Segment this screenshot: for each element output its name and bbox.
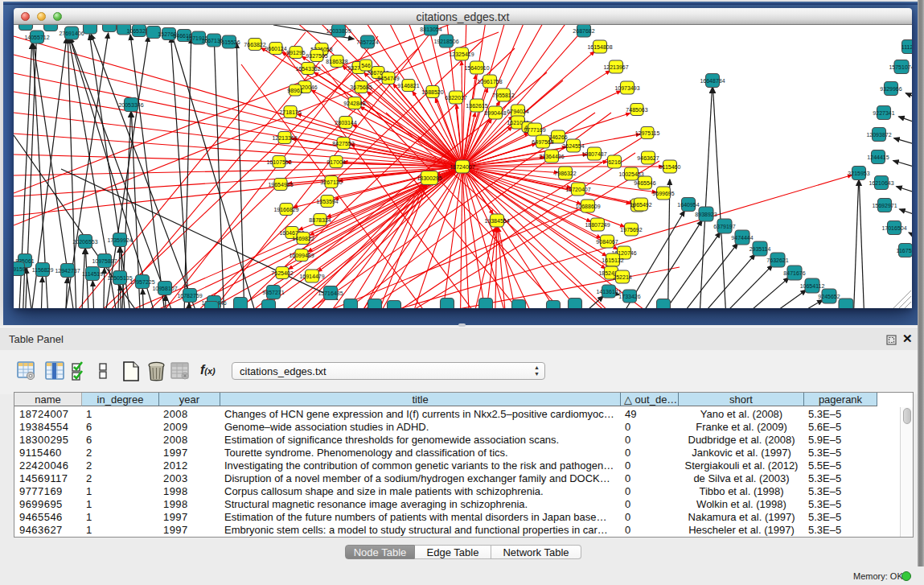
svg-text:16099489: 16099489 bbox=[289, 253, 314, 258]
svg-text:6794024: 6794024 bbox=[507, 109, 528, 114]
svg-text:27691406: 27691406 bbox=[59, 31, 84, 36]
svg-text:17016504: 17016504 bbox=[881, 225, 906, 231]
svg-text:1114519: 1114519 bbox=[82, 271, 103, 277]
svg-text:12505135: 12505135 bbox=[107, 275, 132, 281]
svg-text:18724007: 18724007 bbox=[450, 164, 474, 170]
svg-text:10654112: 10654112 bbox=[800, 283, 825, 289]
svg-text:9463627: 9463627 bbox=[637, 155, 659, 161]
svg-text:16154808: 16154808 bbox=[587, 44, 612, 50]
svg-text:10807487: 10807487 bbox=[581, 151, 606, 157]
svg-text:1469822: 1469822 bbox=[292, 236, 314, 241]
svg-text:15751074: 15751074 bbox=[889, 64, 912, 70]
svg-text:12975115: 12975115 bbox=[635, 130, 660, 136]
svg-text:1975692: 1975692 bbox=[620, 227, 642, 233]
svg-text:6497568: 6497568 bbox=[532, 139, 553, 145]
svg-text:3624554: 3624554 bbox=[562, 143, 584, 149]
svg-text:19166829: 19166829 bbox=[273, 207, 298, 212]
svg-text:8813054: 8813054 bbox=[420, 27, 441, 32]
svg-text:10975887: 10975887 bbox=[92, 258, 117, 264]
svg-text:9227341: 9227341 bbox=[873, 110, 894, 116]
svg-text:2718176: 2718176 bbox=[279, 109, 301, 115]
svg-text:11123: 11123 bbox=[901, 44, 912, 50]
svg-text:7515526: 7515526 bbox=[218, 39, 240, 45]
svg-text:9465546: 9465546 bbox=[634, 180, 655, 186]
svg-text:17359924: 17359924 bbox=[107, 237, 132, 243]
svg-text:9146821: 9146821 bbox=[397, 83, 419, 89]
svg-text:19654985: 19654985 bbox=[268, 182, 293, 187]
svg-text:1965492: 1965492 bbox=[630, 202, 651, 208]
svg-text:2803144: 2803144 bbox=[335, 120, 356, 126]
svg-text:10025433: 10025433 bbox=[618, 171, 643, 177]
svg-text:98961: 98961 bbox=[287, 88, 303, 93]
svg-text:9699695: 9699695 bbox=[652, 191, 674, 196]
svg-text:6216: 6216 bbox=[608, 159, 621, 165]
svg-text:15640910: 15640910 bbox=[464, 65, 489, 71]
svg-text:12325419: 12325419 bbox=[449, 51, 474, 57]
svg-text:7632621: 7632621 bbox=[766, 257, 788, 263]
svg-text:891295: 891295 bbox=[286, 50, 305, 56]
svg-text:14055712: 14055712 bbox=[24, 35, 49, 40]
svg-text:19384554: 19384554 bbox=[484, 218, 509, 224]
svg-text:1156829: 1156829 bbox=[32, 267, 54, 273]
svg-text:10688609: 10688609 bbox=[575, 204, 600, 209]
svg-text:19218506: 19218506 bbox=[433, 39, 458, 44]
svg-text:7955812: 7955812 bbox=[492, 93, 514, 98]
svg-text:10961758: 10961758 bbox=[477, 79, 502, 84]
svg-text:8471676: 8471676 bbox=[783, 270, 805, 276]
svg-text:15692971: 15692971 bbox=[872, 203, 897, 208]
svg-text:9242848: 9242848 bbox=[343, 101, 365, 106]
svg-text:3267130: 3267130 bbox=[320, 179, 342, 185]
svg-text:9327505: 9327505 bbox=[306, 53, 327, 59]
svg-text:2687682: 2687682 bbox=[573, 28, 594, 34]
svg-text:16543362: 16543362 bbox=[295, 66, 320, 72]
svg-text:1733426: 1733426 bbox=[618, 294, 640, 299]
svg-text:15716485: 15716485 bbox=[318, 290, 343, 296]
svg-text:7485063: 7485063 bbox=[626, 107, 647, 113]
svg-text:917004: 917004 bbox=[326, 159, 345, 165]
svg-text:12093872: 12093872 bbox=[866, 132, 891, 138]
svg-text:8454749: 8454749 bbox=[377, 76, 399, 81]
svg-text:1640954: 1640954 bbox=[677, 202, 699, 208]
svg-text:7986322: 7986322 bbox=[554, 171, 576, 176]
svg-text:17957225: 17957225 bbox=[129, 279, 154, 285]
svg-text:21364436: 21364436 bbox=[539, 154, 564, 159]
svg-text:39159: 39159 bbox=[14, 266, 26, 272]
svg-text:12942737: 12942737 bbox=[55, 268, 80, 274]
svg-text:16648784: 16648784 bbox=[700, 78, 725, 84]
svg-text:12213967: 12213967 bbox=[603, 64, 628, 70]
svg-text:8938923: 8938923 bbox=[695, 212, 717, 217]
svg-text:9245652: 9245652 bbox=[818, 294, 840, 299]
svg-text:16914479: 16914479 bbox=[299, 274, 324, 279]
svg-text:9084067: 9084067 bbox=[596, 239, 618, 245]
svg-text:9777169: 9777169 bbox=[524, 127, 545, 133]
svg-text:10973493: 10973493 bbox=[614, 85, 639, 91]
svg-text:1615132: 1615132 bbox=[602, 257, 623, 263]
svg-text:116753: 116753 bbox=[897, 248, 912, 253]
svg-text:1353594: 1353594 bbox=[316, 199, 338, 204]
svg-text:12213369: 12213369 bbox=[272, 135, 297, 141]
svg-text:9660124: 9660124 bbox=[265, 46, 286, 51]
svg-text:16782759: 16782759 bbox=[177, 293, 202, 299]
svg-text:8186328: 8186328 bbox=[326, 59, 347, 64]
svg-text:9857271: 9857271 bbox=[262, 290, 284, 295]
svg-text:6322037: 6322037 bbox=[445, 95, 466, 101]
svg-text:3675685: 3675685 bbox=[350, 84, 372, 90]
svg-text:7357224: 7357224 bbox=[356, 39, 378, 45]
svg-text:9474444: 9474444 bbox=[731, 235, 753, 241]
svg-text:9115460: 9115460 bbox=[659, 164, 681, 170]
svg-text:16210643: 16210643 bbox=[869, 180, 893, 186]
svg-text:7625402: 7625402 bbox=[271, 270, 293, 276]
svg-text:546: 546 bbox=[361, 63, 371, 68]
svg-text:7663822: 7663822 bbox=[244, 42, 265, 47]
svg-text:8990448: 8990448 bbox=[484, 110, 506, 116]
svg-text:18300295: 18300295 bbox=[417, 175, 441, 181]
svg-text:6379197: 6379197 bbox=[713, 224, 735, 229]
svg-text:1362615: 1362615 bbox=[466, 103, 487, 109]
svg-text:16107553: 16107553 bbox=[266, 159, 291, 165]
svg-text:1244415: 1244415 bbox=[867, 154, 889, 160]
svg-text:20206553: 20206553 bbox=[72, 239, 97, 245]
svg-text:15720407: 15720407 bbox=[565, 187, 590, 192]
svg-text:20053346: 20053346 bbox=[118, 102, 143, 108]
svg-text:8427552: 8427552 bbox=[332, 141, 354, 146]
svg-text:252214: 252214 bbox=[613, 274, 631, 280]
